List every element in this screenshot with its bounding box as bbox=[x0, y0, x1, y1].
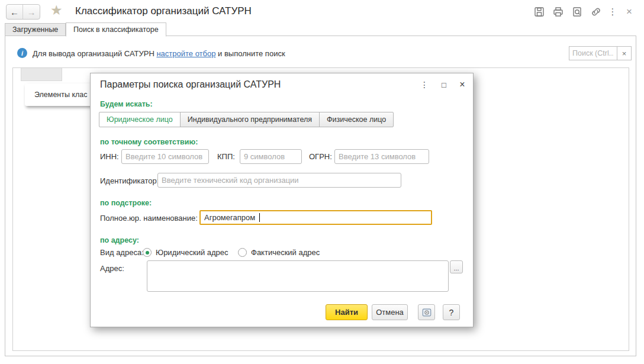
kpp-field[interactable] bbox=[240, 149, 302, 164]
entity-tab-entrepreneur[interactable]: Индивидуального предпринимателя bbox=[180, 112, 320, 127]
inn-field[interactable] bbox=[121, 149, 209, 164]
full-name-field[interactable] bbox=[199, 210, 432, 225]
search-clear-icon[interactable]: × bbox=[617, 46, 632, 60]
radio-actual-address-label[interactable]: Фактический адрес bbox=[251, 248, 320, 257]
identifier-label: Идентификатор: bbox=[100, 176, 159, 185]
dialog-menu-icon[interactable]: ⋮ bbox=[418, 78, 431, 91]
radio-legal-address-label[interactable]: Юридический адрес bbox=[156, 248, 228, 257]
info-prefix: Для вывода организаций САТУРН bbox=[33, 49, 156, 58]
ogrn-field[interactable] bbox=[334, 149, 429, 164]
info-icon: i bbox=[17, 48, 27, 58]
tab-loaded[interactable]: Загруженные bbox=[5, 23, 66, 36]
radio-legal-address[interactable] bbox=[143, 248, 152, 257]
forward-arrow-icon[interactable]: → bbox=[23, 5, 40, 19]
page-title: Классификатор организаций САТУРН bbox=[75, 5, 252, 17]
entity-type-tabs: Юридическое лицо Индивидуального предпри… bbox=[99, 112, 394, 127]
kpp-label: КПП: bbox=[217, 152, 235, 161]
dialog-title: Параметры поиска организаций САТУРН bbox=[100, 79, 281, 90]
find-button[interactable]: Найти bbox=[326, 304, 368, 320]
address-field[interactable] bbox=[147, 260, 449, 292]
section-search-by: Будем искать: bbox=[100, 100, 153, 108]
window-close-icon[interactable]: × bbox=[623, 5, 636, 18]
history-nav: ← → bbox=[6, 4, 40, 20]
address-kind-label: Вид адреса: bbox=[100, 248, 144, 257]
save-icon[interactable] bbox=[533, 5, 546, 18]
back-arrow-icon[interactable]: ← bbox=[7, 5, 23, 19]
form-settings-button[interactable] bbox=[418, 304, 435, 320]
print-icon[interactable] bbox=[552, 5, 565, 18]
section-substring: по подстроке: bbox=[100, 199, 152, 207]
text-cursor bbox=[259, 213, 260, 222]
identifier-field[interactable] bbox=[157, 173, 401, 188]
dialog-close-icon[interactable]: × bbox=[456, 78, 469, 91]
cancel-button[interactable]: Отмена bbox=[372, 304, 408, 320]
tab-classifier-search[interactable]: Поиск в классификаторе bbox=[66, 22, 166, 37]
configure-filter-link[interactable]: настройте отбор bbox=[156, 49, 215, 58]
section-address: по адресу: bbox=[100, 236, 139, 244]
section-exact-match: по точному соответствию: bbox=[100, 138, 198, 146]
dialog-maximize-icon[interactable]: □ bbox=[437, 78, 450, 91]
search-params-dialog: Параметры поиска организаций САТУРН ⋮ □ … bbox=[90, 73, 474, 327]
entity-tab-legal[interactable]: Юридическое лицо bbox=[99, 112, 181, 127]
hidden-element-stub bbox=[21, 68, 62, 81]
more-menu-icon[interactable]: ⋮ bbox=[608, 5, 617, 18]
link-icon[interactable] bbox=[590, 5, 603, 18]
tab-classifier-elements[interactable]: Элементы клас bbox=[25, 83, 100, 106]
app-window: ← → ★ Классификатор организаций САТУРН bbox=[0, 0, 644, 364]
full-name-label: Полное.юр. наименование: bbox=[100, 214, 198, 223]
help-button[interactable]: ? bbox=[443, 304, 460, 320]
entity-tab-person[interactable]: Физическое лицо bbox=[319, 112, 394, 127]
inn-label: ИНН: bbox=[100, 152, 119, 161]
search-input[interactable] bbox=[569, 46, 617, 60]
preview-icon[interactable] bbox=[571, 5, 584, 18]
info-message: Для вывода организаций САТУРН настройте … bbox=[33, 49, 285, 58]
address-label: Адрес: bbox=[100, 264, 124, 273]
ogrn-label: ОГРН: bbox=[309, 152, 332, 161]
radio-actual-address[interactable] bbox=[238, 248, 247, 257]
info-suffix: и выполните поиск bbox=[215, 49, 285, 58]
header-toolbar: ⋮ × bbox=[533, 5, 636, 18]
address-more-button[interactable]: ... bbox=[450, 260, 463, 273]
favorite-star-icon[interactable]: ★ bbox=[50, 2, 63, 18]
